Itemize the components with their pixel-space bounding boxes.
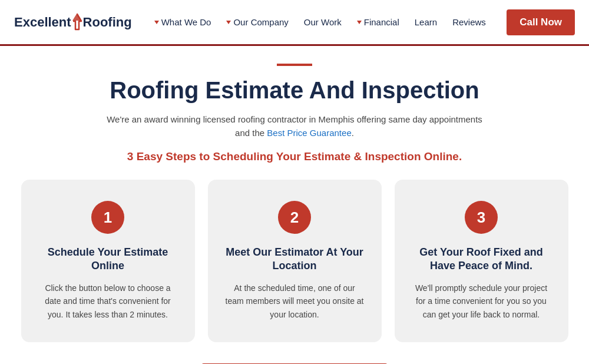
call-now-button[interactable]: Call Now bbox=[507, 9, 575, 35]
step-card-1: 1 Schedule Your Estimate Online Click th… bbox=[21, 180, 195, 342]
logo-text-part2: Roofing bbox=[83, 15, 132, 30]
nav-item-our-company[interactable]: Our Company bbox=[220, 14, 294, 31]
chevron-down-icon bbox=[226, 21, 231, 24]
nav-item-our-work[interactable]: Our Work bbox=[298, 14, 348, 31]
step-1-description: Click the button below to choose a date … bbox=[38, 282, 178, 321]
page-title: Roofing Estimate And Inspection bbox=[12, 77, 577, 104]
nav-label-our-company: Our Company bbox=[233, 17, 288, 27]
nav-label-our-work: Our Work bbox=[304, 17, 342, 27]
nav-label-what-we-do: What We Do bbox=[161, 17, 211, 27]
nav-links: What We Do Our Company Our Work Financia… bbox=[148, 14, 507, 31]
step-2-description: At the scheduled time, one of our team m… bbox=[224, 282, 365, 321]
subtitle-end: . bbox=[352, 128, 354, 138]
steps-heading: 3 Easy Steps to Scheduling Your Estimate… bbox=[12, 150, 577, 163]
step-1-title: Schedule Your Estimate Online bbox=[38, 246, 178, 273]
step-3-description: We'll promptly schedule your project for… bbox=[411, 282, 552, 321]
logo-icon bbox=[72, 13, 82, 32]
chevron-down-icon bbox=[154, 21, 159, 24]
subtitle-text: We're an award winning licensed roofing … bbox=[100, 113, 489, 140]
svg-marker-0 bbox=[72, 13, 82, 21]
step-circle-1: 1 bbox=[91, 201, 124, 234]
steps-cards-row: 1 Schedule Your Estimate Online Click th… bbox=[12, 180, 577, 342]
best-price-guarantee-link[interactable]: Best Price Guarantee bbox=[267, 128, 351, 138]
chevron-down-icon bbox=[357, 21, 362, 24]
nav-item-what-we-do[interactable]: What We Do bbox=[148, 14, 217, 31]
step-2-title: Meet Our Estimator At Your Location bbox=[224, 246, 365, 273]
nav-label-learn: Learn bbox=[415, 17, 437, 27]
nav-item-learn[interactable]: Learn bbox=[409, 14, 443, 31]
navbar: Excellent Roofing What We Do Our Company… bbox=[0, 0, 589, 46]
nav-item-financial[interactable]: Financial bbox=[351, 14, 405, 31]
nav-label-financial: Financial bbox=[364, 17, 399, 27]
step-card-3: 3 Get Your Roof Fixed and Have Peace of … bbox=[395, 180, 568, 342]
step-3-title: Get Your Roof Fixed and Have Peace of Mi… bbox=[411, 246, 552, 273]
logo-text-part1: Excellent bbox=[14, 15, 71, 30]
main-content: Roofing Estimate And Inspection We're an… bbox=[0, 46, 589, 364]
step-circle-2: 2 bbox=[278, 201, 311, 234]
hero-underline-decoration bbox=[277, 64, 312, 66]
step-card-2: 2 Meet Our Estimator At Your Location At… bbox=[208, 180, 382, 342]
site-logo[interactable]: Excellent Roofing bbox=[14, 13, 132, 32]
nav-item-reviews[interactable]: Reviews bbox=[446, 14, 492, 31]
nav-label-reviews: Reviews bbox=[452, 17, 486, 27]
step-circle-3: 3 bbox=[465, 201, 498, 234]
